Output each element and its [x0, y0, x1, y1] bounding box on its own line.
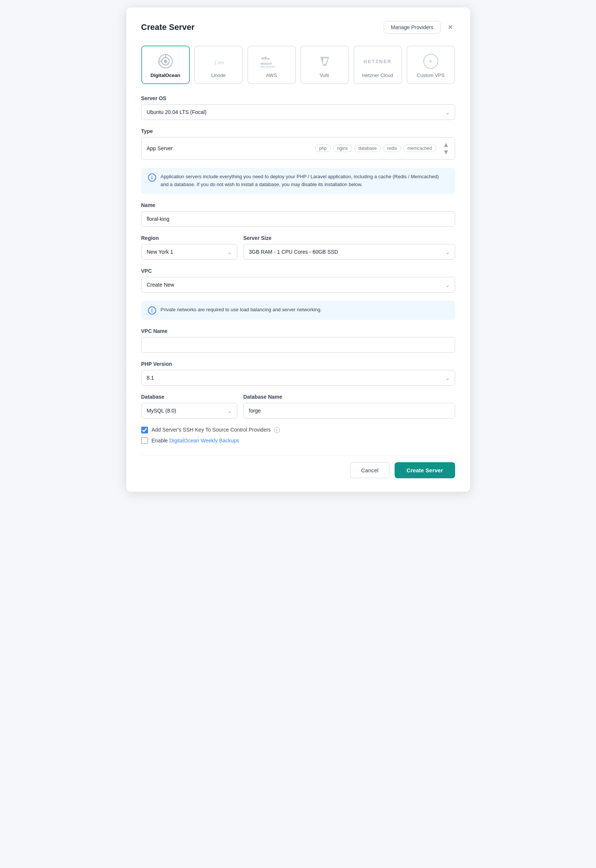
svg-text:linode: linode	[218, 60, 224, 65]
backups-label: Enable DigitalOcean Weekly Backups	[152, 438, 240, 444]
modal-header: Create Server Manage Providers ×	[141, 21, 455, 34]
server-os-select[interactable]: Ubuntu 20.04 LTS (Focal)	[141, 104, 455, 120]
ssh-key-label: Add Server's SSH Key To Source Control P…	[152, 427, 280, 433]
vpc-name-input[interactable]	[141, 337, 455, 353]
type-tag-memcached: memcached	[403, 145, 436, 152]
type-section: Type App Server php nginx database redis…	[141, 128, 455, 160]
server-size-select[interactable]: 3GB RAM - 1 CPU Cores - 60GB SSD	[243, 244, 455, 260]
provider-name-hetzner: Hetzner Cloud	[362, 72, 393, 78]
server-size-label: Server Size	[243, 235, 455, 241]
region-size-row: Region New York 1 ⌄ Server Size 3GB RAM …	[141, 235, 455, 260]
php-version-label: PHP Version	[141, 361, 455, 367]
provider-name-digitalocean: DigitalOcean	[151, 72, 180, 78]
type-label: Type	[141, 128, 455, 134]
svg-text:amazon: amazon	[260, 62, 272, 65]
svg-rect-7	[262, 58, 264, 60]
linode-icon: ƒ linode	[213, 53, 224, 69]
provider-card-digitalocean[interactable]: DigitalOcean	[141, 46, 190, 84]
database-select-wrapper: MySQL (8.0) ⌄	[141, 403, 238, 418]
close-button[interactable]: ×	[446, 22, 455, 32]
vpc-info-box: i Private networks are required to use l…	[141, 301, 455, 320]
name-input[interactable]	[141, 211, 455, 227]
ssh-key-info-icon[interactable]: i	[274, 427, 280, 433]
vpc-info-text: Private networks are required to use loa…	[161, 306, 322, 314]
manage-providers-button[interactable]: Manage Providers	[384, 21, 441, 34]
vpc-section: VPC Create New ⌄	[141, 268, 455, 293]
providers-row: DigitalOcean ƒ linode Linode	[141, 46, 455, 84]
server-os-section: Server OS Ubuntu 20.04 LTS (Focal) ⌄	[141, 95, 455, 120]
provider-card-aws[interactable]: amazon web services AWS	[247, 46, 296, 84]
database-name-label: Database Name	[243, 394, 455, 400]
type-info-box: i Application servers include everything…	[141, 168, 455, 194]
vpc-info-icon: i	[148, 306, 156, 315]
ssh-key-checkbox-row: Add Server's SSH Key To Source Control P…	[141, 427, 455, 433]
database-select[interactable]: MySQL (8.0)	[141, 403, 238, 418]
region-select[interactable]: New York 1	[141, 244, 238, 260]
type-tags: php nginx database redis memcached	[184, 145, 436, 152]
type-info-text: Application servers include everything y…	[161, 173, 448, 189]
modal-footer: Cancel Create Server	[141, 455, 455, 478]
name-section: Name	[141, 202, 455, 227]
backups-checkbox[interactable]	[141, 437, 148, 444]
server-os-select-wrapper: Ubuntu 20.04 LTS (Focal) ⌄	[141, 104, 455, 120]
server-size-select-wrapper: 3GB RAM - 1 CPU Cores - 60GB SSD ⌄	[243, 244, 455, 260]
vpc-name-label: VPC Name	[141, 328, 455, 334]
database-label: Database	[141, 394, 238, 400]
server-os-label: Server OS	[141, 95, 455, 101]
name-label: Name	[141, 202, 455, 208]
create-server-modal: Create Server Manage Providers × Digital…	[126, 7, 470, 492]
database-name-input[interactable]	[243, 403, 455, 418]
type-value: App Server	[147, 145, 180, 151]
create-server-button[interactable]: Create Server	[395, 462, 455, 478]
database-row: Database MySQL (8.0) ⌄ Database Name	[141, 394, 455, 418]
svg-rect-8	[264, 57, 266, 60]
digitalocean-icon	[157, 53, 174, 69]
provider-name-vultr: Vultr	[319, 72, 329, 78]
provider-name-custom: Custom VPS	[417, 72, 444, 78]
provider-name-aws: AWS	[266, 72, 277, 78]
region-select-wrapper: New York 1 ⌄	[141, 244, 238, 260]
server-size-col: Server Size 3GB RAM - 1 CPU Cores - 60GB…	[243, 235, 455, 260]
php-version-section: PHP Version 8.1 ⌄	[141, 361, 455, 386]
provider-name-linode: Linode	[211, 72, 226, 78]
vpc-select[interactable]: Create New	[141, 277, 455, 293]
svg-text:ƒ: ƒ	[214, 59, 217, 65]
header-actions: Manage Providers ×	[384, 21, 455, 34]
hetzner-icon: HETZNER	[364, 53, 392, 69]
vpc-label: VPC	[141, 268, 455, 274]
provider-card-hetzner[interactable]: HETZNER Hetzner Cloud	[353, 46, 402, 84]
aws-icon: amazon web services	[260, 53, 283, 69]
cancel-button[interactable]: Cancel	[350, 462, 389, 478]
backups-link[interactable]: DigitalOcean Weekly Backups	[169, 438, 239, 444]
vpc-name-section: VPC Name	[141, 328, 455, 353]
modal-title: Create Server	[141, 22, 195, 32]
provider-card-linode[interactable]: ƒ linode Linode	[194, 46, 243, 84]
provider-card-custom[interactable]: + Custom VPS	[407, 46, 455, 84]
database-name-col: Database Name	[243, 394, 455, 418]
svg-rect-9	[267, 58, 269, 60]
database-col: Database MySQL (8.0) ⌄	[141, 394, 238, 418]
type-row[interactable]: App Server php nginx database redis memc…	[141, 137, 455, 160]
type-tag-redis: redis	[383, 145, 401, 152]
backups-checkbox-row: Enable DigitalOcean Weekly Backups	[141, 437, 455, 444]
region-col: Region New York 1 ⌄	[141, 235, 238, 260]
region-label: Region	[141, 235, 238, 241]
type-tag-database: database	[354, 145, 381, 152]
svg-text:web services: web services	[260, 65, 275, 68]
php-version-select[interactable]: 8.1	[141, 370, 455, 386]
ssh-key-checkbox[interactable]	[141, 427, 148, 433]
type-info-icon: i	[148, 173, 156, 182]
custom-vps-icon: +	[423, 53, 438, 69]
php-version-select-wrapper: 8.1 ⌄	[141, 370, 455, 386]
type-tag-php: php	[315, 145, 331, 152]
type-tag-nginx: nginx	[333, 145, 352, 152]
type-stepper-icon[interactable]: ▲ ▼	[443, 141, 450, 155]
svg-point-2	[164, 60, 167, 63]
provider-card-vultr[interactable]: Vultr	[300, 46, 349, 84]
vultr-icon	[317, 53, 332, 69]
vpc-select-wrapper: Create New ⌄	[141, 277, 455, 293]
